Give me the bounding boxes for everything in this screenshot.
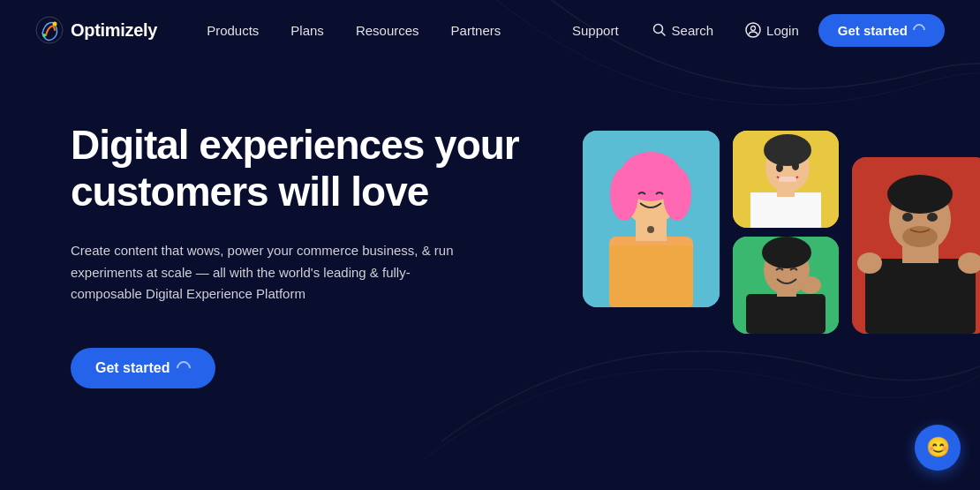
svg-point-2 [42,34,46,37]
svg-point-21 [776,163,783,172]
navbar: Optimizely Products Plans Resources Part… [0,0,980,60]
logo-text: Optimizely [71,20,157,41]
svg-point-29 [800,276,821,294]
nav-cta-button[interactable]: Get started [818,14,945,47]
chat-bubble-button[interactable]: 😊 [915,425,961,471]
hero-section: Digital experiences your customers will … [0,60,980,490]
svg-point-20 [764,134,811,166]
svg-point-36 [902,213,913,222]
nav-resources[interactable]: Resources [342,16,433,45]
photo-card-4 [852,157,980,334]
svg-point-0 [36,17,63,43]
hero-images [547,113,945,449]
hero-content: Digital experiences your customers will … [71,113,530,388]
svg-point-28 [762,237,811,268]
hero-cta-button[interactable]: Get started [71,348,215,388]
svg-point-34 [887,175,953,214]
svg-rect-25 [746,294,825,334]
svg-rect-15 [609,245,693,307]
svg-point-37 [927,213,938,222]
hero-description: Create content that wows, power your com… [71,240,459,305]
cta-icon [910,21,928,39]
nav-login-button[interactable]: Login [733,15,811,45]
svg-point-14 [647,226,654,233]
photo-card-1 [583,131,720,307]
nav-plans[interactable]: Plans [276,16,338,45]
person-image-2 [733,131,839,228]
svg-rect-23 [779,177,796,182]
svg-point-22 [792,162,799,170]
photo-card-2 [733,131,839,228]
nav-links: Products Plans Resources Partners [192,16,558,45]
svg-point-13 [663,168,691,221]
hero-title: Digital experiences your customers will … [71,122,530,215]
person-image-4 [852,157,980,334]
person-image-3 [733,237,839,334]
user-icon [745,22,761,38]
svg-rect-31 [865,259,976,334]
person-image-1 [583,131,720,307]
svg-point-1 [53,22,57,26]
hero-cta-icon [174,358,194,379]
svg-point-12 [610,168,638,221]
nav-cta-label: Get started [838,23,908,38]
nav-right: Support Search Login Get started [558,14,945,47]
logo-icon [35,16,64,44]
svg-point-35 [902,226,938,247]
login-label: Login [766,23,799,38]
svg-point-6 [751,26,756,31]
svg-point-38 [857,253,882,274]
nav-products[interactable]: Products [192,16,273,45]
search-icon [652,23,667,37]
nav-search-button[interactable]: Search [640,16,727,45]
chat-bubble-emoji: 😊 [926,436,950,459]
photo-card-3 [733,237,839,334]
search-label: Search [672,23,714,38]
nav-partners[interactable]: Partners [437,16,516,45]
hero-cta-label: Get started [95,360,170,376]
svg-rect-17 [750,192,821,228]
svg-line-4 [661,33,665,36]
nav-support[interactable]: Support [558,16,633,45]
logo[interactable]: Optimizely [35,16,157,44]
